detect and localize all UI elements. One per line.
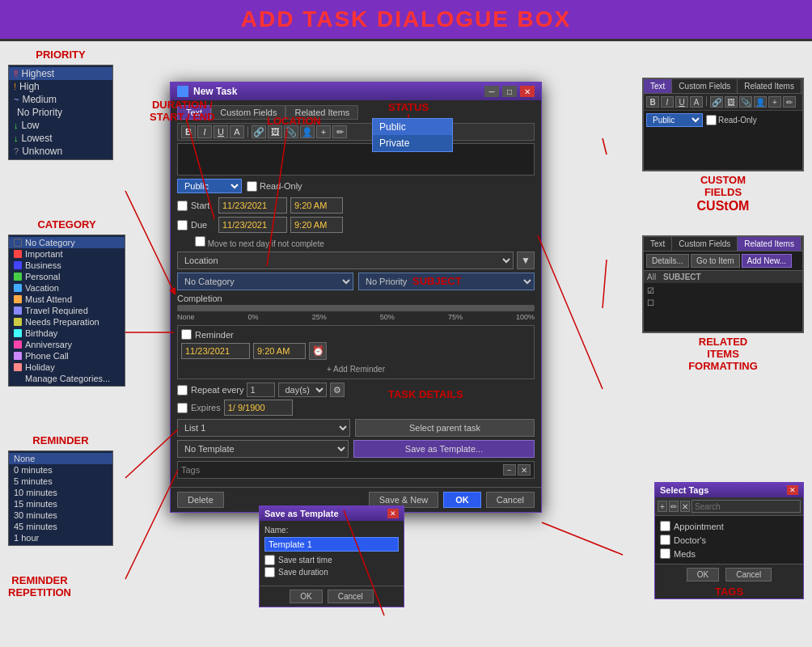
- save-as-template-button[interactable]: Save as Template...: [353, 440, 535, 458]
- priority-item-no-priority[interactable]: No Priority: [9, 106, 112, 119]
- cf-person-btn[interactable]: 👤: [754, 96, 767, 108]
- location-select[interactable]: Location: [177, 252, 514, 269]
- cat-item-important[interactable]: Important: [9, 248, 125, 260]
- location-button[interactable]: ▼: [517, 252, 535, 269]
- cancel-button[interactable]: Cancel: [486, 492, 535, 508]
- repeat-checkbox[interactable]: [177, 385, 188, 395]
- repeat-value-input[interactable]: [247, 383, 275, 397]
- cf-font-btn[interactable]: A: [690, 96, 703, 108]
- cat-item-holiday[interactable]: Holiday: [9, 362, 125, 373]
- priority-item-unknown[interactable]: ? Unknown: [9, 145, 112, 158]
- start-time-input[interactable]: [290, 197, 343, 214]
- st-close-button[interactable]: ✕: [387, 509, 399, 518]
- category-select[interactable]: No Category: [177, 273, 353, 290]
- due-checkbox[interactable]: [177, 220, 188, 230]
- cf-readonly-checkbox[interactable]: [706, 115, 717, 125]
- tags-add-btn[interactable]: +: [658, 501, 667, 512]
- cf-pen-btn[interactable]: ✏: [783, 96, 796, 108]
- due-date-input[interactable]: [218, 217, 287, 233]
- dialog-minimize-button[interactable]: ─: [484, 86, 499, 97]
- tag-checkbox-appointment[interactable]: [660, 521, 670, 531]
- expires-checkbox[interactable]: [177, 403, 188, 413]
- cf-italic-btn[interactable]: I: [661, 96, 674, 108]
- pen-button[interactable]: ✏: [332, 125, 347, 138]
- cf-public-select[interactable]: Public Private: [646, 113, 703, 127]
- st-name-input[interactable]: [264, 537, 399, 552]
- cat-item-no-category[interactable]: No Category: [9, 237, 125, 248]
- st-save-duration-checkbox[interactable]: [264, 567, 275, 577]
- readonly-checkbox[interactable]: [247, 181, 257, 192]
- cat-item-phone-call[interactable]: Phone Call: [9, 350, 125, 362]
- ri-tab-custom[interactable]: Custom Fields: [672, 237, 738, 251]
- cat-item-anniversary[interactable]: Anniversary: [9, 339, 125, 350]
- ri-tab-related[interactable]: Related Items: [738, 237, 801, 251]
- cf-tab-text[interactable]: Text: [644, 79, 672, 93]
- due-time-input[interactable]: [290, 217, 343, 233]
- tags-close-button[interactable]: ✕: [518, 464, 531, 476]
- delete-button[interactable]: Delete: [177, 492, 224, 508]
- ok-button[interactable]: OK: [443, 492, 481, 508]
- tag-item-appointment[interactable]: Appointment: [660, 519, 798, 533]
- reminder-item-0min[interactable]: 0 minutes: [9, 464, 112, 476]
- repeat-unit-select[interactable]: day(s): [278, 383, 327, 397]
- reminder-alarm-button[interactable]: ⏰: [309, 342, 327, 360]
- cat-item-vacation[interactable]: Vacation: [9, 282, 125, 294]
- bold-button[interactable]: B: [181, 125, 196, 138]
- reminder-item-10min[interactable]: 10 minutes: [9, 487, 112, 498]
- status-item-private[interactable]: Private: [373, 135, 452, 151]
- cat-item-personal[interactable]: Personal: [9, 271, 125, 282]
- tags-del-btn[interactable]: ✕: [680, 501, 690, 512]
- reminder-item-1hr[interactable]: 1 hour: [9, 532, 112, 543]
- cat-item-travel[interactable]: Travel Required: [9, 305, 125, 316]
- font-color-button[interactable]: A: [230, 125, 244, 138]
- tags-dialog-cancel-button[interactable]: Cancel: [725, 568, 772, 581]
- subject-area[interactable]: [177, 143, 535, 175]
- cat-item-must-attend[interactable]: Must Attend: [9, 294, 125, 305]
- tag-checkbox-meds[interactable]: [660, 548, 670, 559]
- cf-attach-btn[interactable]: 📎: [739, 96, 752, 108]
- tags-search-input[interactable]: [691, 500, 801, 513]
- cat-item-birthday[interactable]: Birthday: [9, 328, 125, 339]
- status-item-public[interactable]: Public: [373, 119, 452, 135]
- priority-item-medium[interactable]: ~ Medium: [9, 93, 112, 106]
- select-parent-button[interactable]: Select parent task: [355, 419, 535, 437]
- priority-item-low[interactable]: ↓ Low: [9, 119, 112, 132]
- cf-underline-btn[interactable]: U: [675, 96, 688, 108]
- tags-edit-btn[interactable]: ✏: [669, 501, 679, 512]
- cf-link-btn[interactable]: 🔗: [710, 96, 723, 108]
- repeat-gear-button[interactable]: ⚙: [330, 383, 345, 397]
- reminder-item-15min[interactable]: 15 minutes: [9, 498, 112, 510]
- reminder-time-input[interactable]: [253, 343, 306, 359]
- ri-tab-text[interactable]: Text: [644, 237, 672, 251]
- start-date-input[interactable]: [218, 197, 287, 214]
- italic-button[interactable]: I: [197, 125, 212, 138]
- expires-date-input[interactable]: [224, 400, 293, 416]
- cf-tab-related[interactable]: Related Items: [738, 79, 801, 93]
- priority-item-lowest[interactable]: ↓ Lowest: [9, 132, 112, 145]
- dialog-close-button[interactable]: ✕: [520, 86, 535, 97]
- tag-item-meds[interactable]: Meds: [660, 547, 798, 560]
- reminder-item-30min[interactable]: 30 minutes: [9, 510, 112, 521]
- cat-item-business[interactable]: Business: [9, 260, 125, 271]
- ri-goto-btn[interactable]: Go to Item: [691, 254, 740, 268]
- st-cancel-button[interactable]: Cancel: [328, 590, 374, 603]
- cf-tab-custom[interactable]: Custom Fields: [672, 79, 738, 93]
- st-ok-button[interactable]: OK: [290, 590, 322, 603]
- cat-item-needs-prep[interactable]: Needs Preparation: [9, 316, 125, 328]
- ri-add-new-btn[interactable]: Add New...: [742, 254, 792, 268]
- st-save-start-checkbox[interactable]: [264, 555, 275, 565]
- priority-item-highest[interactable]: ‼ Highest: [9, 67, 112, 80]
- reminder-item-none[interactable]: None: [9, 453, 112, 464]
- move-next-checkbox[interactable]: [195, 236, 205, 247]
- public-select[interactable]: Public Private: [177, 179, 242, 193]
- reminder-item-45min[interactable]: 45 minutes: [9, 521, 112, 532]
- tag-item-doctors[interactable]: Doctor's: [660, 533, 798, 547]
- reminder-item-5min[interactable]: 5 minutes: [9, 476, 112, 487]
- link-button[interactable]: 🔗: [252, 125, 266, 138]
- underline-button[interactable]: U: [214, 125, 228, 138]
- reminder-date-input[interactable]: [181, 343, 250, 359]
- tags-dialog-ok-button[interactable]: OK: [687, 568, 719, 581]
- list-select[interactable]: List 1: [177, 419, 350, 437]
- cf-plus-btn[interactable]: +: [768, 96, 781, 108]
- cf-img-btn[interactable]: 🖼: [725, 96, 738, 108]
